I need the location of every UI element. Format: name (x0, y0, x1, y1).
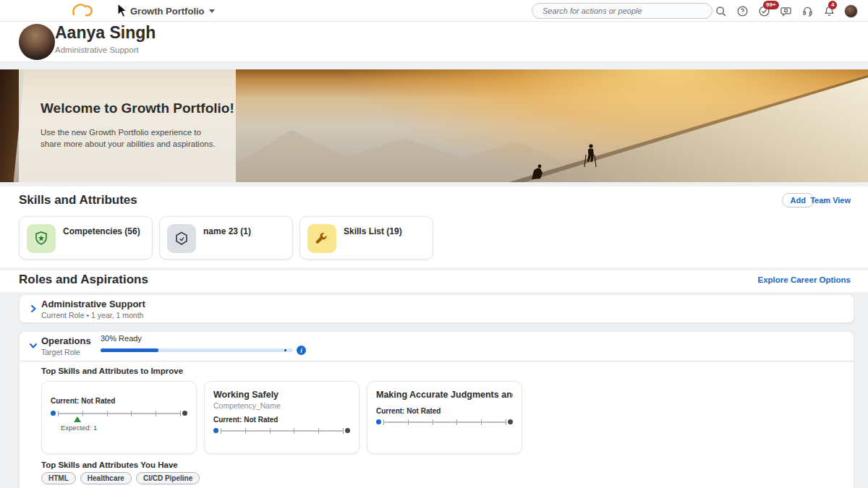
improve-card[interactable]: Making Accurate Judgments and Decis... C… (367, 381, 522, 454)
info-icon[interactable]: i (297, 346, 306, 355)
profile-role: Administrative Support (55, 46, 139, 54)
top-bar: Growth Portfolio 99+ 4 (0, 0, 868, 22)
improve-card[interactable]: Current: Not Rated Expected: 1 (41, 381, 197, 454)
skill-tag[interactable]: HTML (41, 472, 76, 484)
tasks-icon[interactable]: 99+ (757, 4, 771, 18)
current-role-title: Administrative Support (41, 299, 145, 309)
skills-card-row: Competencies (56) name 23 (1) Skills Lis… (19, 216, 433, 260)
competencies-card[interactable]: Competencies (56) (19, 216, 153, 260)
profile-avatar[interactable] (19, 24, 55, 60)
global-search[interactable] (532, 3, 712, 19)
name23-label: name 23 (1) (203, 226, 251, 252)
team-view-link[interactable]: Team View (810, 196, 851, 205)
rating-max-dot (508, 419, 513, 424)
rating-scale (51, 411, 187, 416)
skills-section-title: Skills and Attributes (19, 193, 137, 207)
roles-section-header: Roles and Aspirations Explore Career Opt… (0, 270, 868, 292)
app-title: Growth Portfolio (130, 6, 205, 17)
search-icon[interactable] (713, 4, 728, 18)
rating-scale (213, 428, 350, 433)
chevron-down-icon[interactable] (28, 341, 38, 351)
profile-name: Aanya Singh (55, 23, 156, 43)
shield-star-icon (27, 224, 56, 253)
rating-max-dot (182, 411, 187, 416)
target-role-title: Operations (41, 335, 91, 346)
cloud-logo-icon[interactable] (69, 1, 98, 23)
hero-text-panel: Welcome to Growth Portfolio! Use the new… (19, 69, 236, 182)
avatar (844, 4, 858, 18)
skills-list-label: Skills List (19) (344, 226, 402, 252)
headset-icon[interactable] (800, 4, 814, 18)
rating-current-dot (376, 419, 381, 424)
current-role-row[interactable]: Administrative Support Current Role • 1 … (19, 294, 854, 323)
notifications-bell-icon[interactable]: 4 (822, 4, 836, 18)
mouse-cursor (117, 3, 128, 22)
tasks-badge: 99+ (763, 1, 779, 9)
current-rating-label: Current: Not Rated (213, 416, 350, 424)
search-input[interactable] (532, 3, 712, 19)
improve-card-title: Working Safely (213, 390, 350, 400)
competencies-label: Competencies (56) (63, 226, 140, 252)
expected-marker-icon (74, 416, 81, 422)
readiness-progress: 30% Ready i (101, 334, 310, 355)
rating-current-dot (213, 428, 218, 433)
chat-icon[interactable] (778, 4, 793, 18)
improve-card-row: Current: Not Rated Expected: 1 Working S… (41, 381, 522, 454)
roles-section-title: Roles and Aspirations (19, 273, 148, 287)
readiness-bar (101, 348, 293, 352)
wrench-icon (307, 224, 336, 253)
rating-max-dot (345, 428, 350, 433)
current-rating-label: Current: Not Rated (376, 407, 513, 415)
explore-career-options-link[interactable]: Explore Career Options (758, 275, 851, 284)
target-role-row: Operations Target Role 30% Ready i Top S… (19, 331, 854, 488)
current-role-subtitle: Current Role • 1 year, 1 month (41, 311, 143, 320)
current-rating-label: Current: Not Rated (51, 397, 187, 405)
readiness-marker-dot (284, 349, 286, 351)
hexagon-icon (167, 224, 196, 253)
divider (20, 361, 854, 361)
skill-tags: HTML Healthcare CI/CD Pipeline (41, 472, 200, 484)
app-title-menu[interactable]: Growth Portfolio (130, 0, 215, 22)
hero-description: Use the new Growth Portfolio experience … (41, 127, 216, 150)
hiker-silhouette (528, 163, 547, 182)
help-icon[interactable] (735, 4, 749, 18)
hiker-silhouette (583, 143, 599, 172)
hero-title: Welcome to Growth Portfolio! (41, 100, 234, 116)
skill-tag[interactable]: Healthcare (80, 472, 132, 484)
name23-card[interactable]: name 23 (1) (159, 216, 293, 260)
improve-card-subtitle: Competency_Name (213, 401, 350, 410)
topbar-icons: 99+ 4 (713, 0, 858, 22)
notifications-badge: 4 (828, 1, 837, 9)
chevron-right-icon[interactable] (28, 304, 38, 314)
skills-section: Skills and Attributes Add Team View Comp… (0, 187, 868, 267)
skills-list-card[interactable]: Skills List (19) (299, 216, 433, 260)
rating-scale (376, 419, 513, 424)
have-section-title: Top Skills and Attributes You Have (41, 461, 178, 469)
profile-header: Aanya Singh Administrative Support (0, 22, 868, 62)
improve-section-title: Top Skills and Attributes to Improve (41, 367, 183, 375)
expected-label: Expected: 1 (61, 424, 97, 432)
readiness-bar-fill (101, 348, 158, 352)
improve-card[interactable]: Working Safely Competency_Name Current: … (204, 381, 359, 454)
hero-banner: Welcome to Growth Portfolio! Use the new… (0, 69, 868, 182)
readiness-label: 30% Ready (101, 334, 310, 343)
target-role-subtitle: Target Role (41, 348, 80, 356)
improve-card-title: Making Accurate Judgments and Decis... (376, 390, 513, 400)
skill-tag[interactable]: CI/CD Pipeline (136, 472, 200, 484)
chevron-down-icon (209, 9, 215, 13)
topbar-avatar[interactable] (843, 4, 858, 18)
rating-current-dot (51, 411, 56, 416)
